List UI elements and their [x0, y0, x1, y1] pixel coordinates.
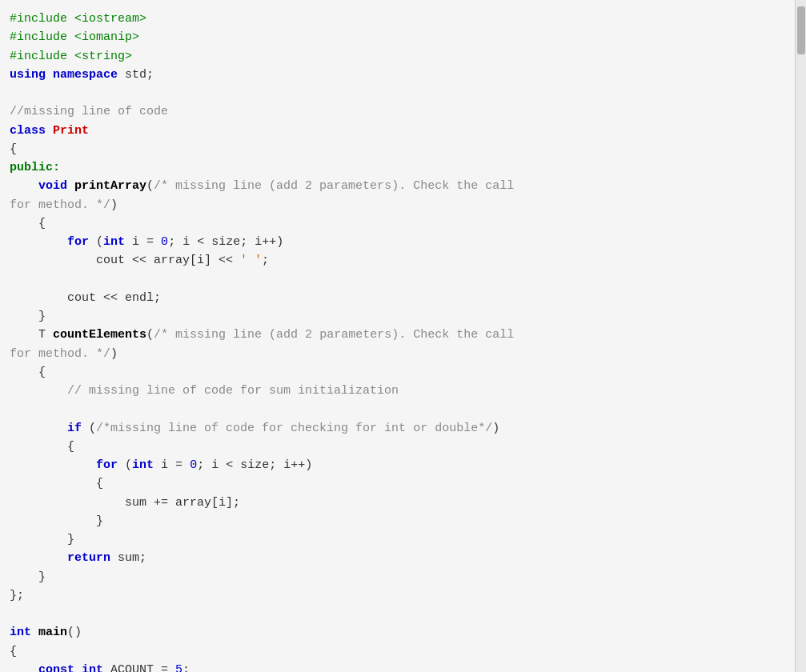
scrollbar[interactable] — [795, 0, 806, 672]
scrollbar-thumb[interactable] — [797, 6, 805, 54]
code-content: #include <iostream> #include <iomanip> #… — [10, 10, 782, 672]
editor-container: #include <iostream> #include <iomanip> #… — [0, 0, 806, 672]
code-area[interactable]: #include <iostream> #include <iomanip> #… — [0, 0, 795, 672]
